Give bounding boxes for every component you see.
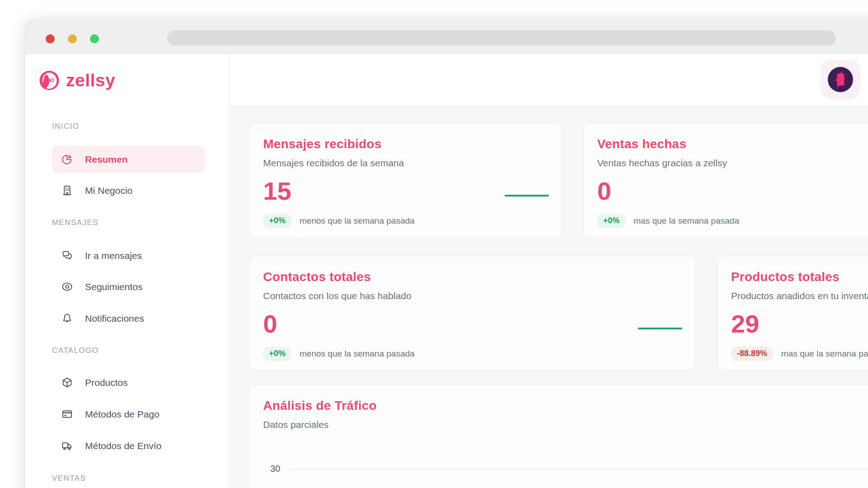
card-value: 15 [263,178,548,204]
sidebar-item-mi-negocio[interactable]: Mi Negocio [52,177,205,204]
building-icon [61,184,73,197]
stat-card-productos-totales: Productos totales Productos anadidos en … [717,256,868,371]
card-subtitle: Productos anadidos en tu inventario [731,291,868,301]
sidebar-item-label: Resumen [85,154,128,165]
card-subtitle: Ventas hechas gracias a zellsy [597,158,868,169]
browser-chrome [25,19,868,54]
card-title: Productos totales [731,270,868,284]
credit-card-icon [61,408,73,420]
sidebar-item-label: Mi Negocio [85,185,132,196]
trend-caption: mas que la semana pasada [634,216,739,226]
card-subtitle: Datos parciales [263,419,868,430]
bell-icon [61,312,73,324]
pie-chart-icon [61,153,73,165]
trend-caption: menos que la semana pasada [300,216,415,226]
maximize-window-button[interactable] [90,34,99,43]
y-axis-tick: 30 [263,464,289,474]
zellsy-logo-icon [39,70,60,91]
sidebar-item-seguimientos[interactable]: Seguimientos [52,273,205,300]
card-subtitle: Contactos con los que has hablado [263,291,681,301]
main-content: Mensajes recibidos Mensajes recibidos de… [230,106,868,488]
card-title: Análisis de Tráfico [263,399,868,413]
trend-badge: +0% [263,347,292,361]
brand-name: zellsy [66,70,115,90]
sidebar-item-label: Notificaciones [85,313,144,324]
user-avatar[interactable] [821,60,860,99]
chart-area: 30 [263,464,868,474]
cube-icon [61,376,73,389]
minimize-window-button[interactable] [68,34,77,43]
stat-card-ventas-hechas: Ventas hechas Ventas hechas gracias a ze… [583,123,868,238]
stat-card-mensajes-recibidos: Mensajes recibidos Mensajes recibidos de… [249,123,562,238]
stat-card-contactos-totales: Contactos totales Contactos con los que … [249,256,695,371]
trend-caption: menos que la semana pasada [300,349,415,359]
trend-badge: +0% [263,214,292,228]
traffic-analysis-card: Análisis de Tráfico Datos parciales 30 [249,385,868,488]
close-window-button[interactable] [46,34,55,43]
card-value: 29 [731,311,868,337]
sidebar-section-ventas: VENTAS [52,474,86,483]
sidebar-item-ir-a-mensajes[interactable]: Ir a mensajes [52,242,205,269]
sidebar-section-mensajes: MENSAJES [52,218,99,227]
sparkline [638,328,682,329]
sidebar-item-resumen[interactable]: Resumen [52,146,205,173]
trend-badge: -88.89% [731,347,773,361]
card-value: 0 [263,311,681,337]
sidebar-item-metodos-de-envio[interactable]: Métodos de Envío [52,432,205,459]
sidebar-item-label: Seguimientos [85,282,142,292]
brand-logo[interactable]: zellsy [39,70,115,91]
browser-window: zellsy INICIO Resumen Mi Negocio MENSAJE… [25,19,868,488]
gridline [289,469,868,469]
card-title: Ventas hechas [597,137,868,151]
trend-caption: mas que la semana pasada [781,349,868,359]
chat-bubbles-icon [61,249,73,262]
card-subtitle: Mensajes recibidos de la semana [263,158,548,169]
sidebar-item-notificaciones[interactable]: Notificaciones [52,305,205,332]
card-title: Contactos totales [263,270,681,284]
card-value: 0 [597,178,868,204]
lightning-bolt-icon [827,66,854,93]
sidebar-item-label: Ir a mensajes [85,250,142,261]
sidebar-item-metodos-de-pago[interactable]: Métodos de Pago [52,401,205,427]
trend-badge: +0% [597,214,626,228]
address-bar[interactable] [167,30,836,46]
sidebar-item-productos[interactable]: Productos [52,369,205,396]
sidebar-section-inicio: INICIO [52,122,79,131]
sidebar: zellsy INICIO Resumen Mi Negocio MENSAJE… [25,54,230,488]
truck-icon [61,440,73,452]
top-header [230,54,868,106]
sidebar-item-label: Productos [85,377,128,388]
sidebar-item-label: Métodos de Envío [85,441,161,451]
eye-icon [61,281,73,293]
card-title: Mensajes recibidos [263,137,548,151]
sparkline [505,195,549,197]
sidebar-section-catalogo: CATALOGO [52,346,99,355]
sidebar-item-label: Métodos de Pago [85,409,160,420]
